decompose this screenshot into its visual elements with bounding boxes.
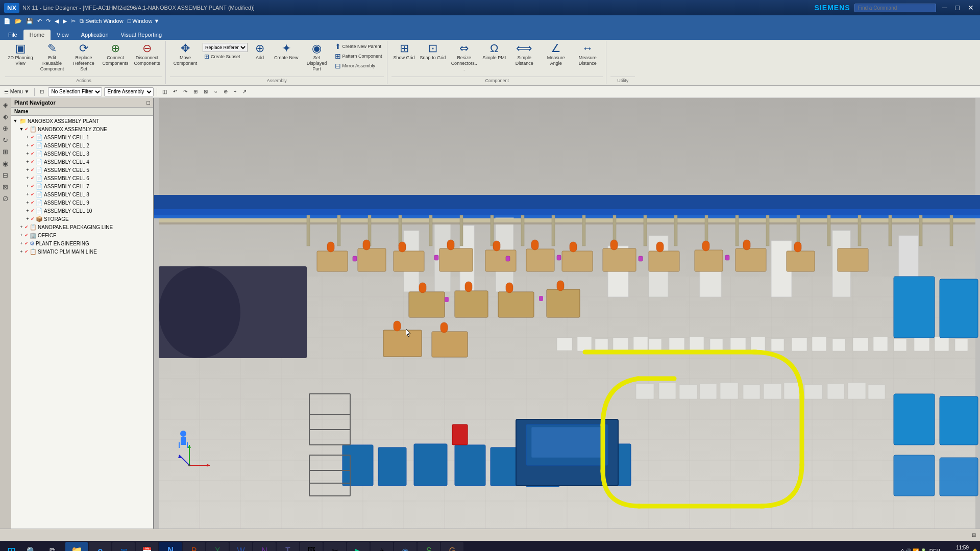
taskbar-chrome[interactable]: ◉ [394, 542, 416, 551]
tree-item-cell5[interactable]: + ✔ 📄 ASSEMBLY CELL 5 [11, 166, 153, 174]
tree-container[interactable]: ▼ 📁 NANOBOX ASSEMBLY PLANT ▼ ✔ 📋 NANOBOX… [11, 116, 153, 529]
snap-to-grid-button[interactable]: ⊡ Snap to Grid [418, 42, 448, 62]
add-button[interactable]: ⊕ Add [249, 42, 271, 62]
close-button[interactable]: ✕ [966, 4, 976, 12]
task-view-button[interactable]: ⧉ [43, 542, 61, 551]
disconnect-components-button[interactable]: ⊖ Disconnect Components [132, 42, 162, 67]
cmd-icon-9[interactable]: ↗ [240, 88, 249, 95]
back-qa-button[interactable]: ◀ [53, 17, 60, 25]
set-displayed-part-button[interactable]: ◉ Set Displayed Part [302, 42, 332, 72]
tree-item-cell10[interactable]: + ✔ 📄 ASSEMBLY CELL 10 [11, 207, 153, 215]
undo-qa-button[interactable]: ↶ [36, 17, 43, 25]
tree-item-cell4[interactable]: + ✔ 📄 ASSEMBLY CELL 4 [11, 158, 153, 166]
edit-reusable-button[interactable]: ✎ Edit Reusable Component [37, 42, 67, 72]
tab-visual-reporting[interactable]: Visual Reporting [115, 30, 168, 40]
tree-item-cell9[interactable]: + ✔ 📄 ASSEMBLY CELL 9 [11, 198, 153, 207]
tree-item-cell8[interactable]: + ✔ 📄 ASSEMBLY CELL 8 [11, 190, 153, 198]
taskbar-snip[interactable]: ✂ [324, 542, 346, 551]
cmd-icon-5[interactable]: ⊠ [202, 88, 210, 95]
tray-clock[interactable]: 11:59 11.07.2017 [943, 544, 969, 551]
tree-item-office[interactable]: + ✔ 🏢 OFFICE [11, 231, 153, 239]
pattern-component-button[interactable]: ⊞ Pattern Component [333, 52, 384, 61]
tree-item-simatic[interactable]: + ✔ 📋 SIMATIC PLM MAIN LINE [11, 247, 153, 256]
window-qa-button[interactable]: □ Window ▼ [126, 17, 161, 24]
redo-qa-button[interactable]: ↷ [44, 17, 52, 25]
find-command-input[interactable] [854, 4, 936, 12]
cmd-icon-1[interactable]: ◫ [160, 88, 169, 95]
left-icon-2[interactable]: ⬖ [2, 112, 9, 121]
new-qa-button[interactable]: 📄 [2, 17, 12, 25]
connect-components-button[interactable]: ⊕ Connect Components [100, 42, 131, 67]
tree-item-packaging[interactable]: + ✔ 📋 NANOPANEL PACKAGING LINE [11, 223, 153, 231]
tab-view[interactable]: View [51, 30, 75, 40]
scope-select[interactable]: Entire Assembly [104, 87, 154, 96]
create-new-parent-button[interactable]: ⬆ Create New Parent [333, 42, 384, 51]
taskbar-app2[interactable]: G [441, 542, 463, 551]
left-icon-5[interactable]: ⊞ [2, 147, 9, 157]
taskbar-photos[interactable]: 🖼 [300, 542, 323, 551]
tree-item-cell7[interactable]: + ✔ 📄 ASSEMBLY CELL 7 [11, 182, 153, 190]
resize-connectors-button[interactable]: ⇔ Resize Connectors... [449, 42, 479, 72]
tree-item-root[interactable]: ▼ 📁 NANOBOX ASSEMBLY PLANT [11, 117, 153, 125]
taskbar-teams[interactable]: T [277, 542, 299, 551]
measure-angle-button[interactable]: ∠ Measure Angle [541, 42, 571, 67]
taskbar-mail[interactable]: ✉ [112, 542, 135, 551]
taskbar-calendar[interactable]: 📅 [136, 542, 158, 551]
2d-planning-button[interactable]: ▣ 2D Planning View [5, 42, 36, 67]
plant-nav-close-icon[interactable]: □ [146, 99, 150, 106]
cut-qa-button[interactable]: ✂ [69, 17, 77, 25]
cmd-icon-2[interactable]: ↶ [171, 88, 179, 95]
cmd-icon-8[interactable]: + [232, 88, 239, 95]
taskbar-nx[interactable]: N [159, 542, 182, 551]
taskbar-calc[interactable]: # [371, 542, 393, 551]
left-icon-9[interactable]: ∅ [2, 194, 9, 204]
replace-reference-set-button[interactable]: ⟳ Replace Reference Set [68, 42, 99, 72]
taskbar-powerpoint[interactable]: P [183, 542, 205, 551]
switch-window-qa-button[interactable]: ⧉ Switch Window [78, 17, 125, 25]
fwd-qa-button[interactable]: ▶ [61, 17, 68, 25]
replace-refset-dropdown[interactable]: Replace Reference Set [203, 43, 248, 52]
selection-filter-select[interactable]: No Selection Filter [48, 87, 102, 96]
minimize-button[interactable]: ─ [940, 4, 949, 12]
notification-icon[interactable]: 🔔 [972, 548, 978, 552]
taskbar-player[interactable]: ▶ [347, 542, 370, 551]
tree-item-storage[interactable]: + ✔ 📦 STORAGE [11, 215, 153, 223]
tree-item-zone[interactable]: ▼ ✔ 📋 NANOBOX ASSEMBLY ZONE [11, 125, 153, 133]
left-icon-8[interactable]: ⊠ [2, 182, 9, 192]
taskbar-explorer[interactable]: 📁 [65, 542, 88, 551]
tree-item-cell1[interactable]: + ✔ 📄 ASSEMBLY CELL 1 [11, 133, 153, 141]
tab-home[interactable]: Home [23, 30, 51, 40]
open-qa-button[interactable]: 📂 [13, 17, 23, 25]
tree-item-cell2[interactable]: + ✔ 📄 ASSEMBLY CELL 2 [11, 141, 153, 149]
taskbar-excel[interactable]: X [206, 542, 229, 551]
cmd-icon-3[interactable]: ↷ [181, 88, 189, 95]
create-subset-button[interactable]: ⊞ Create Subset [203, 53, 247, 61]
left-icon-1[interactable]: ◈ [2, 100, 9, 110]
viewport-3d[interactable] [154, 98, 980, 529]
cmd-icon-4[interactable]: ⊞ [191, 88, 200, 95]
left-icon-3[interactable]: ⊕ [2, 123, 9, 133]
create-new-button[interactable]: ✦ Create New [272, 42, 301, 62]
simple-pmi-button[interactable]: Ω Simple PMI [480, 42, 508, 62]
left-icon-6[interactable]: ◉ [2, 159, 9, 168]
restore-button[interactable]: □ [953, 4, 962, 12]
save-qa-button[interactable]: 💾 [24, 17, 35, 25]
tree-item-cell6[interactable]: + ✔ 📄 ASSEMBLY CELL 6 [11, 174, 153, 182]
cmd-icon-6[interactable]: ○ [212, 88, 219, 95]
show-grid-button[interactable]: ⊞ Show Grid [391, 42, 417, 62]
snap-btn[interactable]: ⊡ [38, 88, 46, 95]
taskbar-app1[interactable]: S [418, 542, 440, 551]
move-component-button[interactable]: ✥ Move Component [170, 42, 201, 67]
mirror-assembly-button[interactable]: ⊟ Mirror Assembly [333, 61, 384, 70]
taskbar-word[interactable]: W [230, 542, 252, 551]
tree-item-plant-eng[interactable]: + ✔ ⚙ PLANT ENGINEERING [11, 239, 153, 247]
left-icon-4[interactable]: ↻ [2, 135, 9, 145]
menu-button[interactable]: ☰ Menu ▼ [2, 88, 31, 95]
measure-distance-button[interactable]: ↔ Measure Distance [572, 42, 603, 67]
cmd-icon-7[interactable]: ⊕ [222, 88, 230, 95]
tree-item-cell3[interactable]: + ✔ 📄 ASSEMBLY CELL 3 [11, 149, 153, 158]
left-icon-7[interactable]: ⊟ [2, 170, 9, 180]
start-button[interactable]: ⊞ [2, 542, 20, 551]
taskbar-edge[interactable]: e [89, 542, 111, 551]
search-button[interactable]: 🔍 [22, 542, 41, 551]
